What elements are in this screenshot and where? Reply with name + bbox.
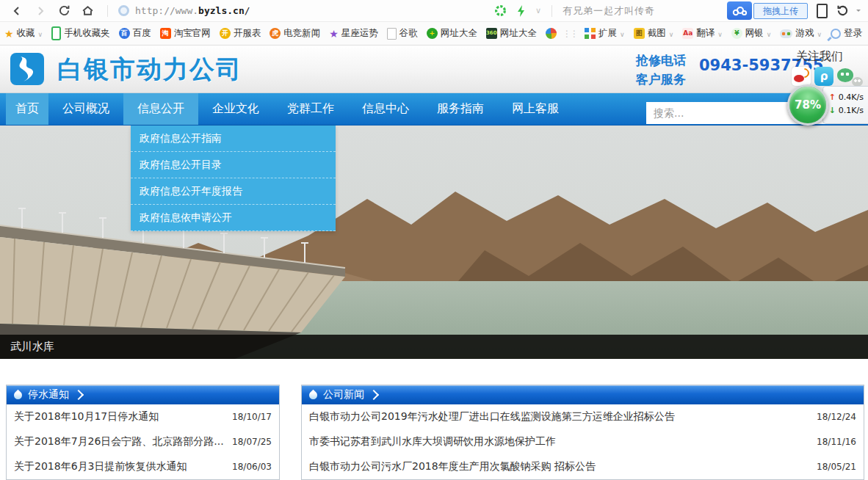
nav-item[interactable]: 服务指南: [423, 93, 498, 125]
download-speed: 0.1K/s: [839, 104, 864, 117]
news-title[interactable]: 市委书记苏君到武川水库大坝调研饮用水源地保护工作: [309, 435, 556, 448]
notice-list: 关于2018年10月17日停水通知 18/10/17 关于2018年7月26日会…: [7, 404, 279, 479]
list-item[interactable]: 白银市动力公司2019年污水处理厂进出口在线监测设施第三方运维企业招标公告 18…: [302, 404, 864, 429]
browser-tool-item[interactable]: Aa 翻译: [678, 25, 727, 43]
home-icon[interactable]: [81, 4, 94, 18]
bookmark-item[interactable]: 360 网址大全: [482, 25, 541, 43]
nav-item[interactable]: 党群工作: [273, 93, 348, 125]
tool-label: 翻译: [696, 27, 715, 40]
browser-tool-item[interactable]: 图 截图: [629, 25, 679, 43]
url-text[interactable]: http://www.byzls.cn/: [135, 5, 250, 16]
water-outage-panel: 停水通知 关于2018年10月17日停水通知 18/10/17 关于2018年7…: [6, 385, 280, 480]
lightning-icon[interactable]: [515, 4, 528, 18]
list-item[interactable]: 白银市动力公司污水厂2018年度生产用次氯酸钠采购 招标公告 18/05/21: [302, 454, 864, 479]
weibo-icon[interactable]: [792, 67, 811, 86]
news-title[interactable]: 白银市动力公司污水厂2018年度生产用次氯酸钠采购 招标公告: [309, 460, 596, 473]
bookmark-item[interactable]: ★ 星座运势: [325, 25, 383, 43]
nav-item-label: 信息公开: [137, 101, 184, 117]
bookmark-label: 收藏: [17, 27, 35, 40]
dropdown-item[interactable]: 政府信息依申请公开: [131, 205, 336, 231]
wechat-icon[interactable]: [837, 67, 864, 87]
url-domain: byzls.cn: [198, 5, 245, 16]
chevron-down-icon[interactable]: ∨: [535, 6, 541, 15]
tencent-weibo-icon[interactable]: [814, 67, 833, 86]
service-label: 客户服务: [636, 70, 686, 89]
bookmark-icon: [51, 26, 61, 40]
list-item[interactable]: 市委书记苏君到武川水库大坝调研饮用水源地保护工作 18/11/16: [302, 429, 864, 454]
chevron-down-icon: [620, 28, 625, 39]
bookmark-label: 网址大全: [500, 27, 537, 40]
news-title[interactable]: 白银市动力公司2019年污水处理厂进出口在线监测设施第三方运维企业招标公告: [309, 410, 675, 423]
news-date: 18/12/24: [817, 412, 856, 422]
nav-item[interactable]: 网上客服: [498, 93, 573, 125]
search-suggestion-text[interactable]: 有兄弟一起才叫传奇: [563, 4, 655, 18]
nav-item-label: 公司概况: [62, 101, 109, 117]
nav-item[interactable]: 信息中心: [348, 93, 423, 125]
company-logo-icon[interactable]: [10, 53, 44, 85]
site-info-icon[interactable]: [118, 5, 129, 16]
toolbar-right: ∨ 有兄弟一起才叫传奇 拖拽上传: [494, 1, 868, 20]
chevron-right-icon[interactable]: [369, 390, 379, 400]
chevron-down-icon: [767, 28, 772, 39]
tool-label: 登录: [844, 27, 862, 40]
dropdown-item[interactable]: 政府信息公开指南: [131, 126, 336, 152]
nav-item-label: 首页: [15, 101, 39, 117]
panel-title: 公司新闻: [323, 388, 364, 401]
download-progress-badge[interactable]: 78%: [787, 84, 828, 126]
bookmark-icon: [387, 28, 397, 40]
site-header: 白银市动力公司 抢修电话 客户服务 0943-5937755 关注我们: [0, 46, 868, 93]
bookmark-label: 手机收藏夹: [64, 27, 110, 40]
nav-item[interactable]: 首页: [6, 93, 48, 125]
toolbar-nav-buttons: [0, 4, 111, 18]
netdisk-upload-button[interactable]: 拖拽上传: [727, 1, 808, 20]
chevron-right-icon[interactable]: [73, 390, 84, 400]
nav-item-label: 企业文化: [212, 101, 259, 117]
list-item[interactable]: 关于2018年7月26日会宁路、北京路部分路... 18/07/25: [7, 429, 279, 454]
bookmark-item[interactable]: + 网址大全: [422, 25, 482, 43]
dropdown-item[interactable]: 政府信息公开年度报告: [131, 178, 336, 205]
browser-tool-item[interactable]: 登录: [826, 25, 867, 43]
forward-icon[interactable]: [34, 4, 47, 18]
refresh-icon[interactable]: [57, 4, 70, 18]
nav-item[interactable]: 企业文化: [198, 93, 273, 125]
browser-tool-item[interactable]: ¥ 网银: [727, 25, 776, 43]
notice-title[interactable]: 关于2018年6月3日提前恢复供水通知: [14, 460, 187, 473]
url-suffix: /: [245, 5, 250, 16]
bookmark-item[interactable]: 百 百度: [115, 25, 156, 43]
drag-upload-label: 拖拽上传: [753, 3, 808, 19]
bookmark-item[interactable]: 虎 电竞新闻: [265, 25, 325, 43]
bookmark-label: 淘宝官网: [174, 27, 211, 40]
browser-tool-item[interactable]: 扩展: [580, 25, 629, 43]
bookmark-icon: 淘: [160, 28, 171, 39]
nav-item-label: 服务指南: [437, 101, 484, 117]
address-bar[interactable]: http://www.byzls.cn/: [118, 5, 250, 16]
list-item[interactable]: 关于2018年10月17日停水通知 18/10/17: [7, 404, 279, 429]
netdisk-cloud-icon: [727, 1, 752, 20]
list-item[interactable]: 关于2018年6月3日提前恢复供水通知 18/06/03: [7, 454, 279, 479]
tool-label: 网银: [745, 27, 764, 40]
bookmark-item[interactable]: 白银市动: [541, 25, 560, 43]
device-icon[interactable]: [815, 4, 828, 18]
notice-title[interactable]: 关于2018年10月17日停水通知: [14, 410, 159, 423]
drag-handle-icon[interactable]: ⋮⋮: [563, 29, 577, 39]
bookmark-item[interactable]: 手机收藏夹: [47, 25, 115, 43]
bookmark-item[interactable]: 谷歌: [383, 25, 422, 43]
bookmarks-bar: ★ 收藏 手机收藏夹 百 百度 淘 淘宝官: [0, 22, 868, 46]
tool-label: 扩展: [598, 27, 617, 40]
nav-item-label: 党群工作: [287, 101, 334, 117]
shutter-icon[interactable]: [494, 4, 507, 18]
back-icon[interactable]: [10, 4, 23, 18]
chevron-down-icon: [717, 28, 723, 39]
dropdown-item[interactable]: 政府信息公开目录: [131, 152, 336, 178]
bookmark-item[interactable]: 开 开服表: [215, 25, 266, 43]
bookmark-item[interactable]: ★ 收藏: [0, 25, 47, 43]
hero-caption: 武川水库: [0, 335, 868, 359]
notice-title[interactable]: 关于2018年7月26日会宁路、北京路部分路...: [14, 435, 224, 448]
notice-date: 18/10/17: [232, 412, 272, 422]
nav-item[interactable]: 公司概况: [48, 93, 123, 125]
chevron-down-icon[interactable]: [856, 10, 861, 14]
nav-item[interactable]: 信息公开: [123, 93, 198, 125]
undo-icon[interactable]: [836, 4, 849, 18]
browser-tool-item[interactable]: 游戏: [775, 25, 826, 43]
bookmark-item[interactable]: 淘 淘宝官网: [156, 25, 215, 43]
